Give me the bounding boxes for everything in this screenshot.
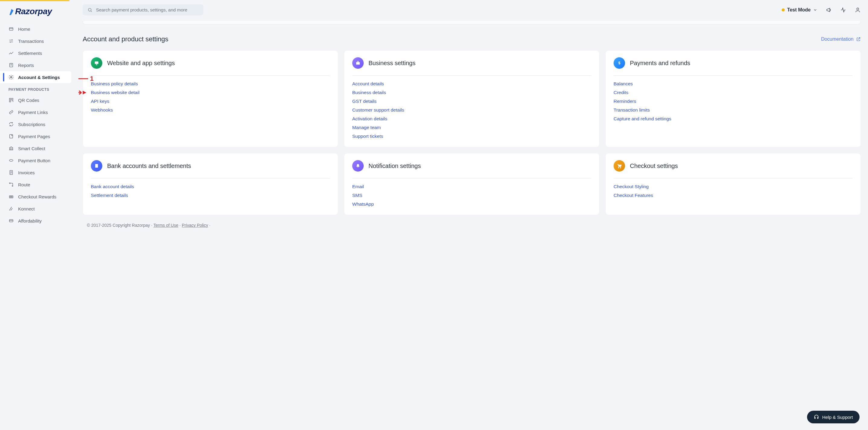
sidebar-item-label: Invoices <box>18 170 35 175</box>
transactions-icon <box>8 38 14 44</box>
sidebar-item-subscriptions[interactable]: Subscriptions <box>0 118 79 130</box>
top-accent-bar <box>0 0 69 1</box>
link-account-details[interactable]: Account details <box>352 81 591 87</box>
card-title: Website and app settings <box>107 60 175 67</box>
link-balances[interactable]: Balances <box>614 81 852 87</box>
button-icon <box>8 158 14 163</box>
gear-icon <box>8 74 14 80</box>
svg-point-16 <box>857 8 859 10</box>
dollar-icon: $ <box>614 57 625 69</box>
svg-marker-24 <box>83 91 86 94</box>
svg-rect-5 <box>9 101 11 102</box>
sidebar-item-qr-codes[interactable]: QR Codes <box>0 94 79 106</box>
svg-rect-18 <box>356 62 360 65</box>
link-checkout-styling[interactable]: Checkout Styling <box>614 184 852 189</box>
search-box[interactable] <box>83 4 204 15</box>
sidebar-item-label: Checkout Rewards <box>18 194 56 199</box>
link-bank-account-details[interactable]: Bank account details <box>91 184 330 189</box>
page-title: Account and product settings <box>83 35 168 43</box>
link-webhooks[interactable]: Webhooks <box>91 107 330 113</box>
header: Test Mode <box>79 0 868 21</box>
sidebar-item-label: Reports <box>18 63 34 68</box>
activity-icon[interactable] <box>840 7 846 13</box>
sidebar-item-invoices[interactable]: Invoices <box>0 166 79 178</box>
sidebar-item-smart-collect[interactable]: Smart Collect <box>0 142 79 155</box>
mode-label: Test Mode <box>787 7 811 13</box>
link-business-details[interactable]: Business details <box>352 90 591 95</box>
settings-cards-grid: Website and app settings Business policy… <box>83 51 861 215</box>
link-reminders[interactable]: Reminders <box>614 99 852 104</box>
link-transaction-limits[interactable]: Transaction limits <box>614 107 852 113</box>
search-input[interactable] <box>96 7 198 12</box>
svg-rect-3 <box>9 98 11 100</box>
link-capture-refund-settings[interactable]: Capture and refund settings <box>614 116 852 122</box>
sidebar-item-affordability[interactable]: Affordability <box>0 215 79 227</box>
announcement-icon[interactable] <box>826 7 832 13</box>
privacy-link[interactable]: Privacy Policy <box>182 223 208 228</box>
sidebar-item-label: Settlements <box>18 51 42 56</box>
link-api-keys[interactable]: API keys <box>91 99 330 104</box>
link-checkout-features[interactable]: Checkout Features <box>614 193 852 198</box>
sidebar-item-label: Account & Settings <box>18 75 60 80</box>
link-business-website-detail[interactable]: Business website detail <box>91 90 330 95</box>
help-support-button[interactable]: Help & Support <box>807 411 860 423</box>
sidebar-item-label: Affordability <box>18 218 42 224</box>
sidebar-item-label: Home <box>18 27 30 32</box>
sidebar-item-account-settings[interactable]: Account & Settings <box>0 71 71 83</box>
link-whatsapp[interactable]: WhatsApp <box>352 201 591 207</box>
terms-link[interactable]: Terms of Use <box>153 223 178 228</box>
annotation-number: 1 <box>90 75 94 82</box>
help-label: Help & Support <box>822 415 853 420</box>
headset-icon <box>814 414 819 420</box>
document-icon <box>91 160 102 172</box>
brand-text: Razorpay <box>15 7 52 16</box>
external-link-icon <box>856 37 861 42</box>
sidebar-item-label: QR Codes <box>18 98 39 103</box>
briefcase-icon <box>352 57 364 69</box>
card-title: Notification settings <box>369 163 421 169</box>
svg-rect-0 <box>9 28 13 30</box>
link-icon <box>8 109 14 115</box>
sidebar-item-home[interactable]: Home <box>0 23 79 35</box>
link-business-policy-details[interactable]: Business policy details <box>91 81 330 87</box>
link-support-tickets[interactable]: Support tickets <box>352 134 591 139</box>
link-email[interactable]: Email <box>352 184 591 189</box>
svg-rect-6 <box>10 134 13 138</box>
svg-point-12 <box>10 196 11 197</box>
mode-toggle[interactable]: Test Mode <box>782 7 817 13</box>
annotation-arrow-1: 1 <box>79 75 94 82</box>
link-sms[interactable]: SMS <box>352 193 591 198</box>
sidebar-item-checkout-rewards[interactable]: Checkout Rewards <box>0 191 79 203</box>
page-icon <box>8 134 14 139</box>
qr-icon <box>8 97 14 103</box>
card-payments-refunds: $ Payments and refunds Balances Credits … <box>606 51 861 147</box>
bank-icon <box>8 146 14 151</box>
link-manage-team[interactable]: Manage team <box>352 125 591 130</box>
logo[interactable]: Razorpay <box>0 2 79 23</box>
svg-point-15 <box>88 8 91 11</box>
sidebar-item-route[interactable]: Route <box>0 178 79 191</box>
reports-icon <box>8 62 14 68</box>
link-credits[interactable]: Credits <box>614 90 852 95</box>
link-settlement-details[interactable]: Settlement details <box>91 193 330 198</box>
link-gst-details[interactable]: GST details <box>352 99 591 104</box>
user-icon[interactable] <box>855 7 861 13</box>
sidebar-item-settlements[interactable]: Settlements <box>0 47 79 59</box>
card-bank-accounts-settlements: Bank accounts and settlements Bank accou… <box>83 153 338 215</box>
sidebar-item-transactions[interactable]: Transactions <box>0 35 79 47</box>
collapsed-panel <box>83 21 861 25</box>
sidebar-item-konnect[interactable]: Konnect <box>0 203 79 215</box>
sidebar-item-payment-button[interactable]: Payment Button <box>0 155 79 166</box>
link-activation-details[interactable]: Activation details <box>352 116 591 122</box>
sidebar-item-payment-links[interactable]: Payment Links <box>0 106 79 118</box>
link-customer-support-details[interactable]: Customer support details <box>352 107 591 113</box>
search-icon <box>88 7 92 12</box>
invoice-icon <box>8 170 14 175</box>
konnect-icon <box>8 206 14 211</box>
svg-point-2 <box>10 76 12 78</box>
card-title: Payments and refunds <box>630 60 690 67</box>
svg-text:$: $ <box>618 61 621 65</box>
documentation-link[interactable]: Documentation <box>821 36 861 42</box>
sidebar-item-payment-pages[interactable]: Payment Pages <box>0 130 79 142</box>
sidebar-item-reports[interactable]: Reports <box>0 59 79 71</box>
